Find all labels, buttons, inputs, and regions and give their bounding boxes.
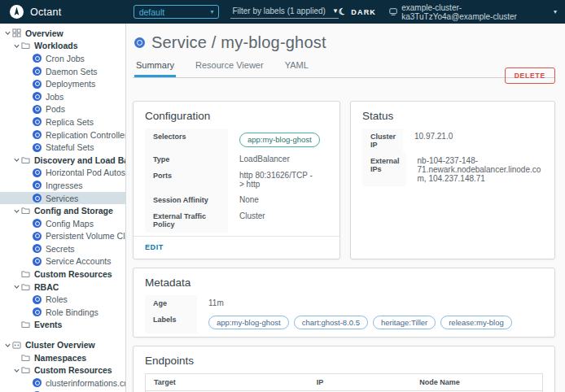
sidebar-item[interactable]: clusterinformations.crd.projec (0, 377, 125, 390)
namespace-select-value: default (139, 7, 165, 17)
endpoints-table: TargetIPNode Name my-blog-ghost-77df85c6… (145, 373, 543, 392)
folder-icon (21, 41, 30, 50)
resource-circle-icon (33, 92, 42, 101)
sidebar-item[interactable]: RBAC (0, 281, 125, 294)
column-header: Node Name (411, 374, 542, 390)
chevron-down-icon[interactable] (12, 283, 21, 290)
config-row: Ports http 80:31626/TCP -> http (145, 168, 328, 192)
card-divider (134, 236, 339, 237)
sidebar-item-label: Namespaces (34, 353, 86, 363)
sidebar-item-label: Service Accounts (46, 256, 112, 266)
sidebar-item[interactable]: Overview (0, 27, 125, 40)
sidebar-item[interactable]: Replication Controllers (0, 128, 125, 142)
chevron-down-icon[interactable] (3, 29, 12, 37)
age-value: 11m (197, 295, 224, 311)
delete-button[interactable]: DELETE (505, 68, 555, 84)
resource-circle-icon (33, 105, 42, 114)
chevron-down-icon[interactable] (3, 342, 12, 349)
sidebar-item-label: Deployments (46, 79, 95, 89)
sidebar-item-label: Role Bindings (46, 307, 99, 317)
sidebar-item-label: Roles (46, 294, 68, 304)
resource-circle-icon (33, 194, 42, 203)
sidebar-item[interactable]: Services (0, 192, 125, 205)
sidebar-item[interactable]: Role Bindings (0, 306, 125, 319)
edit-link[interactable]: EDIT (145, 237, 164, 255)
config-row: Session Affinity None (145, 192, 328, 208)
sidebar-item[interactable]: Stateful Sets (0, 141, 125, 154)
config-value: Cluster (228, 208, 265, 233)
sidebar-item-label: Overview (25, 28, 64, 38)
chevron-down-icon: ▾ (554, 8, 557, 15)
sidebar-item[interactable]: Persistent Volume Claims (0, 230, 125, 243)
sidebar-item[interactable]: Jobs (0, 90, 125, 103)
sidebar-item-label: Custom Resources (34, 365, 112, 375)
sidebar-item-label: Discovery and Load Balancing (34, 155, 125, 165)
chevron-down-icon[interactable] (12, 156, 21, 163)
cluster-context-icon (389, 7, 397, 16)
tab[interactable]: YAML (283, 60, 310, 77)
chevron-down-icon[interactable] (12, 367, 21, 374)
selector-tag[interactable]: app:my-blog-ghost (239, 133, 320, 147)
theme-toggle-label: DARK (351, 8, 376, 16)
cluster-context-label: example-cluster-ka3TuTzYo4a@example-clus… (401, 3, 550, 21)
sidebar-item[interactable]: Secrets (0, 242, 125, 255)
moon-icon: ☾ (338, 6, 349, 18)
sidebar-item-label: Daemon Sets (46, 67, 98, 76)
sidebar-item-label: Events (34, 320, 62, 329)
config-label: Ports (145, 168, 228, 192)
label-tag[interactable]: heritage:Tiller (373, 316, 436, 330)
sidebar-item[interactable]: Custom Resources (0, 268, 125, 281)
sidebar-item[interactable]: Discovery and Load Balancing (0, 154, 125, 167)
cluster-context-switcher[interactable]: example-cluster-ka3TuTzYo4a@example-clus… (389, 3, 557, 21)
label-tag[interactable]: chart:ghost-8.0.5 (294, 316, 368, 330)
config-label: Selectors (145, 128, 228, 151)
app-name: Octant (30, 7, 62, 18)
resource-circle-icon (33, 80, 42, 89)
namespace-select[interactable]: default ▾ (134, 5, 220, 19)
sidebar-item[interactable]: Ingresses (0, 179, 125, 192)
sidebar-item-label: Replica Sets (46, 117, 94, 127)
label-tag[interactable]: release:my-blog (440, 316, 512, 330)
endpoints-card: Endpoints TargetIPNode Name my-blog-ghos… (133, 346, 555, 392)
sidebar-item[interactable]: Events (0, 319, 125, 332)
sidebar-item[interactable]: Pods (0, 103, 125, 116)
sidebar-item[interactable]: Cluster Overview (0, 338, 125, 351)
label-filter-input[interactable]: Filter by labels (1 applied) ▾ (230, 6, 339, 19)
tab[interactable]: Summary (134, 60, 176, 77)
sidebar-item[interactable]: Service Accounts (0, 255, 125, 268)
sidebar-item[interactable]: Config Maps (0, 217, 125, 230)
config-label: Type (145, 151, 228, 168)
sidebar-item[interactable]: Namespaces (0, 351, 125, 364)
configuration-card: Configuration Selectors app:my-blog-ghos… (133, 101, 340, 259)
sidebar-item[interactable]: Roles (0, 293, 125, 306)
resource-circle-icon (33, 378, 42, 387)
chevron-down-icon[interactable] (12, 207, 21, 215)
page-title: Service / my-blog-ghost (151, 33, 326, 52)
resource-circle-icon (33, 54, 42, 63)
metadata-title: Metadata (145, 277, 543, 289)
theme-toggle-button[interactable]: ☾ DARK (339, 7, 376, 17)
sidebar-item[interactable]: Config and Storage (0, 204, 125, 217)
chevron-down-icon[interactable] (12, 42, 21, 50)
octant-logo-icon[interactable] (10, 5, 24, 19)
tab[interactable]: Resource Viewer (194, 60, 265, 77)
metadata-card: Metadata Age 11m Labels app:my-blog-ghos… (133, 268, 555, 338)
configuration-title: Configuration (145, 110, 328, 122)
label-tag[interactable]: app:my-blog-ghost (208, 316, 289, 330)
resource-circle-icon (33, 117, 42, 126)
sidebar-item[interactable]: Replica Sets (0, 115, 125, 128)
sidebar-item[interactable]: Custom Resources (0, 364, 125, 377)
sidebar-item[interactable]: Cron Jobs (0, 52, 125, 65)
config-row: External Traffic Policy Cluster (145, 208, 328, 233)
sidebar-item[interactable]: Deployments (0, 77, 125, 90)
service-icon (134, 37, 145, 48)
config-label: Session Affinity (145, 192, 228, 208)
status-title: Status (362, 110, 543, 122)
sidebar-item[interactable]: Daemon Sets (0, 65, 125, 78)
status-row: Cluster IP 10.97.21.0 (362, 128, 543, 153)
sidebar-item[interactable]: Workloads (0, 40, 125, 53)
age-label: Age (145, 295, 197, 311)
sidebar-item[interactable]: csidrivers.csi.storage.k8s.io (0, 390, 125, 392)
sidebar-item-label: Jobs (46, 92, 64, 102)
sidebar-item[interactable]: Horizontal Pod Autoscalers (0, 167, 125, 180)
